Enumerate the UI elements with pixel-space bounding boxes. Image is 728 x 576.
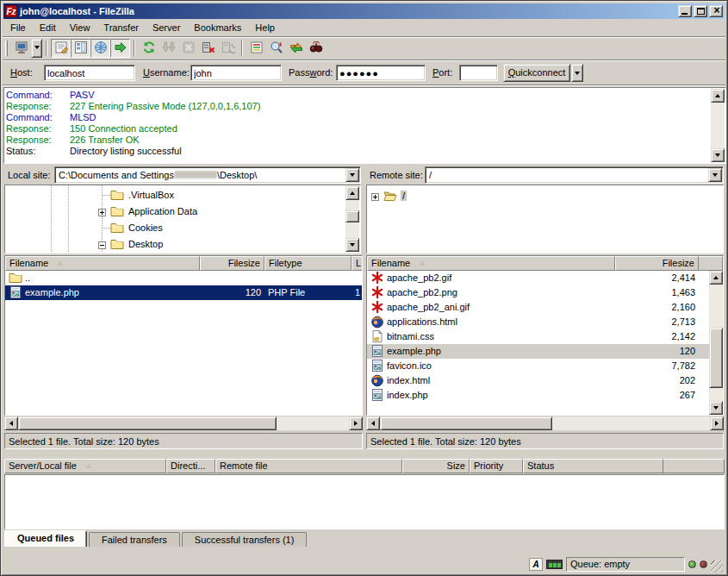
scroll-down-button[interactable] [711, 148, 725, 162]
scrollbar-thumb[interactable] [709, 328, 723, 388]
chevron-down-icon [350, 173, 355, 179]
scroll-up-button[interactable] [711, 89, 725, 103]
local-tree-scrollbar[interactable] [345, 186, 359, 252]
remote-site-combobox[interactable]: / [425, 166, 724, 184]
log-line: Response:227 Entering Passive Mode (127,… [6, 101, 708, 112]
scrollbar-thumb[interactable] [18, 416, 277, 430]
column-header-filetype[interactable]: Filetype [264, 256, 352, 271]
menu-bookmarks[interactable]: Bookmarks [187, 21, 248, 34]
password-input[interactable] [336, 65, 426, 81]
file-size: 2,160 [615, 300, 699, 315]
scrollbar-thumb[interactable] [380, 416, 552, 430]
scroll-up-button[interactable] [345, 186, 359, 200]
tab-queued-files[interactable]: Queued files [4, 530, 87, 547]
close-button[interactable]: × [709, 5, 723, 17]
toggle-remote-tree-button[interactable] [90, 39, 110, 58]
column-header-filename[interactable]: Filename [5, 256, 200, 271]
remote-site-row: Remote site: / [366, 166, 724, 184]
quickconnect-button[interactable]: Quickconnect [503, 64, 570, 82]
menu-help[interactable]: Help [248, 21, 282, 34]
column-header-priority[interactable]: Priority [470, 459, 523, 473]
tree-item-cookies[interactable]: Cookies [5, 220, 360, 236]
disconnect-button[interactable] [198, 39, 218, 58]
tree-item-virtualbox[interactable]: .VirtualBox [5, 187, 360, 203]
column-header-size[interactable]: Size [402, 459, 470, 473]
tree-item-root[interactable]: / [367, 188, 723, 204]
scroll-right-button[interactable] [349, 416, 363, 430]
quickconnect-dropdown-button[interactable] [571, 64, 583, 82]
file-row[interactable]: apache_pb2.gif2,414 [367, 271, 709, 285]
file-row[interactable]: apache_pb2_ani.gif2,160 [367, 300, 709, 315]
toggle-log-view-icon [54, 41, 68, 56]
queue-tabs: Queued filesFailed transfersSuccessful t… [4, 530, 724, 547]
column-header-remotefile[interactable]: Remote file [215, 459, 402, 473]
tab-successful-transfers-[interactable]: Successful transfers (1) [182, 532, 308, 547]
compare-directories-button[interactable] [266, 39, 286, 58]
remote-list-hscrollbar[interactable] [366, 416, 724, 430]
local-list-hscrollbar[interactable] [4, 416, 363, 430]
queue-status-panel: Queue: empty [566, 557, 685, 572]
menu-view[interactable]: View [63, 21, 97, 34]
scroll-right-button[interactable] [710, 416, 724, 430]
tab-failed-transfers[interactable]: Failed transfers [89, 532, 180, 547]
menu-transfer[interactable]: Transfer [96, 21, 146, 34]
local-site-dropdown-button[interactable] [345, 168, 359, 182]
site-manager-dropdown-button[interactable] [31, 39, 42, 58]
toggle-local-tree-button[interactable] [71, 39, 90, 58]
menu-file[interactable]: File [3, 21, 33, 34]
file-row[interactable]: index.html202 [367, 373, 709, 388]
file-row[interactable]: example.php120PHP File1 [5, 285, 362, 300]
file-size: 267 [615, 388, 699, 403]
maximize-button[interactable] [694, 5, 707, 17]
host-input[interactable] [44, 65, 135, 81]
remote-list-scrollbar[interactable] [709, 271, 723, 415]
file-row[interactable]: bitnami.css2,142 [367, 329, 709, 344]
menu-edit[interactable]: Edit [33, 21, 63, 34]
column-header-filesize[interactable]: Filesize [200, 256, 264, 271]
tree-expander-icon[interactable] [98, 208, 106, 216]
file-row[interactable]: apache_pb2.png1,463 [367, 285, 709, 300]
file-type [264, 271, 352, 285]
scroll-left-button[interactable] [4, 416, 18, 430]
file-row[interactable]: favicon.ico7,782 [367, 359, 709, 373]
column-header-filename[interactable]: Filename [367, 256, 615, 271]
find-files-button[interactable] [306, 39, 326, 58]
column-header-serverlocalfile[interactable]: Server/Local file [4, 459, 166, 473]
scroll-down-button[interactable] [345, 238, 359, 252]
local-site-combobox[interactable]: C:\Documents and Settings\Desktop\ [54, 166, 361, 184]
file-row[interactable]: applications.html2,713 [367, 315, 709, 329]
file-row[interactable]: example.php120 [367, 344, 709, 359]
file-row[interactable]: .. [5, 271, 362, 285]
tree-expander-icon[interactable] [98, 241, 106, 248]
file-row[interactable]: index.php267 [367, 388, 709, 403]
directory-filters-button[interactable] [246, 39, 266, 58]
log-scrollbar[interactable] [711, 89, 725, 162]
tree-item-desktop[interactable]: Desktop [5, 236, 360, 253]
log-lines: Command:PASVResponse:227 Entering Passiv… [6, 90, 708, 161]
scrollbar-thumb[interactable] [345, 210, 359, 222]
site-manager-button[interactable] [11, 39, 31, 58]
port-input[interactable] [459, 65, 498, 81]
synchronized-browsing-button[interactable] [286, 39, 306, 58]
column-header-filesize[interactable]: Filesize [615, 256, 699, 271]
scroll-left-button[interactable] [366, 416, 380, 430]
tree-expander-icon[interactable] [371, 192, 379, 200]
title-bar[interactable]: Fz john@localhost - FileZilla × [3, 3, 725, 19]
toggle-log-view-button[interactable] [51, 39, 71, 58]
column-header-directi[interactable]: Directi... [166, 459, 215, 473]
scroll-down-button[interactable] [709, 401, 723, 415]
minimize-button[interactable] [678, 5, 692, 17]
resize-grip[interactable] [711, 560, 723, 573]
host-label: Host: [10, 67, 33, 78]
window-title: john@localhost - FileZilla [20, 6, 678, 16]
column-header-l[interactable]: L [352, 256, 363, 271]
username-input[interactable] [190, 65, 282, 81]
menu-server[interactable]: Server [146, 21, 187, 34]
remote-site-dropdown-button[interactable] [708, 168, 722, 182]
toggle-queue-view-button[interactable] [110, 39, 130, 58]
refresh-button[interactable] [139, 39, 159, 58]
scroll-up-button[interactable] [709, 271, 723, 285]
tree-item-applicationdata[interactable]: Application Data [5, 203, 360, 220]
local-site-row: Local site: C:\Documents and Settings\De… [4, 166, 361, 184]
column-header-status[interactable]: Status [523, 459, 663, 473]
